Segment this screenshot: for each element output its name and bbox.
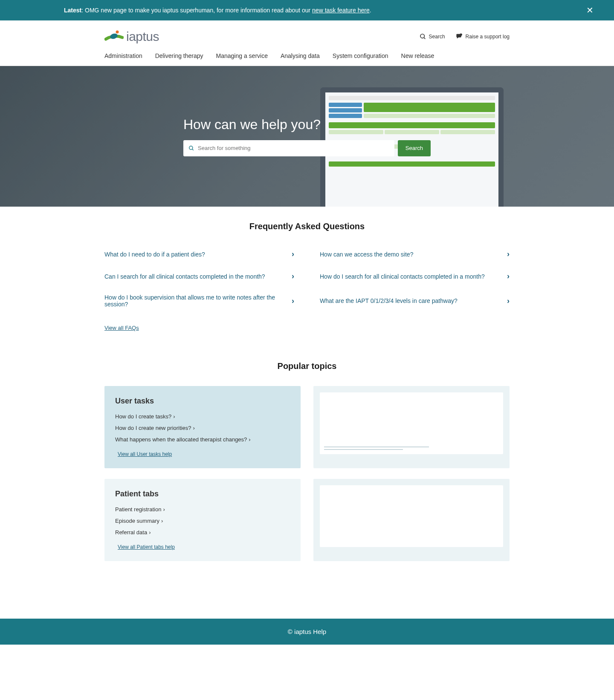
search-box <box>183 140 394 156</box>
svg-line-6 <box>192 149 194 150</box>
faq-item[interactable]: How do I search for all clinical contact… <box>320 268 510 284</box>
faq-text: How do I search for all clinical contact… <box>320 273 507 280</box>
faq-item[interactable]: What do I need to do if a patient dies?› <box>104 246 294 262</box>
faq-section: Frequently Asked Questions What do I nee… <box>87 207 527 346</box>
banner-text: Latest: OMG new page to make you iaptus … <box>17 7 583 14</box>
close-icon[interactable]: ✕ <box>583 5 597 15</box>
logo[interactable]: iaptus <box>104 29 159 44</box>
announcement-banner: Latest: OMG new page to make you iaptus … <box>0 0 614 20</box>
topic-link-text: Referral data <box>115 529 147 536</box>
topic-card-user-tasks: User tasks How do I create tasks?› How d… <box>104 386 301 468</box>
chevron-right-icon: › <box>149 529 151 536</box>
topic-link-text: Patient registration <box>115 506 161 513</box>
chevron-right-icon: › <box>173 413 175 420</box>
chevron-right-icon: › <box>292 297 294 305</box>
hero-title: How can we help you? <box>183 117 431 133</box>
search-icon <box>420 33 426 40</box>
popular-topics-section: Popular topics User tasks How do I creat… <box>87 346 527 576</box>
faq-item[interactable]: How can we access the demo site?› <box>320 246 510 262</box>
chevron-right-icon: › <box>292 250 294 259</box>
search-input[interactable] <box>194 145 389 151</box>
chevron-right-icon: › <box>193 425 194 431</box>
chevron-right-icon: › <box>507 250 510 259</box>
search-icon <box>188 145 194 151</box>
svg-point-5 <box>189 146 193 149</box>
chevron-right-icon: › <box>249 436 250 443</box>
topic-link[interactable]: Patient registration› <box>115 506 290 513</box>
svg-line-3 <box>424 37 425 39</box>
svg-point-4 <box>460 33 462 36</box>
topic-card-patient-tabs: Patient tabs Patient registration› Episo… <box>104 479 301 561</box>
faq-text: What do I need to do if a patient dies? <box>104 251 292 258</box>
banner-prefix: Latest <box>64 7 81 14</box>
footer: © iaptus Help <box>0 619 614 645</box>
banner-body: : OMG new page to make you iaptus superh… <box>81 7 312 14</box>
logo-mark-icon <box>104 29 124 44</box>
header-search-label: Search <box>429 34 445 40</box>
nav-delivering-therapy[interactable]: Delivering therapy <box>155 52 203 59</box>
faq-item[interactable]: How do I book supervision that allows me… <box>104 291 294 311</box>
faq-text: How do I book supervision that allows me… <box>104 294 292 308</box>
topic-link-text: How do I create new priorities? <box>115 425 191 431</box>
topic-link-text: How do I create tasks? <box>115 413 171 420</box>
topic-link-text: What happens when the allocated therapis… <box>115 436 247 443</box>
topic-link-text: Episode summary <box>115 518 159 524</box>
svg-point-0 <box>110 33 119 40</box>
placeholder-image <box>320 392 503 454</box>
hero: How can we help you? Search <box>0 66 614 207</box>
view-all-faqs-link[interactable]: View all FAQs <box>104 325 139 331</box>
topic-link[interactable]: Episode summary› <box>115 518 290 524</box>
svg-point-1 <box>116 31 119 34</box>
topic-title: User tasks <box>115 397 290 406</box>
site-header: iaptus Search Raise a support log Admini… <box>0 20 614 66</box>
faq-text: What are the IAPT 0/1/2/3/4 levels in ca… <box>320 297 507 304</box>
main-nav: Administration Delivering therapy Managi… <box>104 52 510 66</box>
header-search-button[interactable]: Search <box>420 33 445 40</box>
nav-analysing-data[interactable]: Analysing data <box>281 52 320 59</box>
nav-managing-service[interactable]: Managing a service <box>216 52 268 59</box>
nav-system-configuration[interactable]: System configuration <box>333 52 388 59</box>
banner-suffix: . <box>370 7 371 14</box>
view-all-patient-tabs-link[interactable]: View all Patient tabs help <box>118 544 175 550</box>
topic-link[interactable]: How do I create tasks?› <box>115 413 290 420</box>
chevron-right-icon: › <box>507 297 510 305</box>
faq-item[interactable]: What are the IAPT 0/1/2/3/4 levels in ca… <box>320 291 510 311</box>
topic-link[interactable]: How do I create new priorities?› <box>115 425 290 431</box>
banner-link[interactable]: new task feature here <box>312 7 370 14</box>
topic-link[interactable]: Referral data› <box>115 529 290 536</box>
chevron-right-icon: › <box>161 518 163 524</box>
topic-card-image <box>313 386 510 468</box>
placeholder-image <box>320 485 503 547</box>
svg-point-2 <box>420 34 424 38</box>
topic-link[interactable]: What happens when the allocated therapis… <box>115 436 290 443</box>
faq-title: Frequently Asked Questions <box>104 222 510 231</box>
chat-icon <box>456 33 463 40</box>
chevron-right-icon: › <box>507 272 510 281</box>
faq-text: Can I search for all clinical contacts c… <box>104 273 292 280</box>
topic-title: Patient tabs <box>115 490 290 498</box>
nav-administration[interactable]: Administration <box>104 52 142 59</box>
topic-card-image <box>313 479 510 561</box>
faq-item[interactable]: Can I search for all clinical contacts c… <box>104 268 294 284</box>
nav-new-release[interactable]: New release <box>401 52 434 59</box>
popular-title: Popular topics <box>104 361 510 371</box>
chevron-right-icon: › <box>292 272 294 281</box>
view-all-user-tasks-link[interactable]: View all User tasks help <box>118 451 172 457</box>
chevron-right-icon: › <box>163 506 165 513</box>
logo-text: iaptus <box>126 29 159 44</box>
support-log-button[interactable]: Raise a support log <box>456 33 510 40</box>
support-log-label: Raise a support log <box>466 34 510 40</box>
search-button[interactable]: Search <box>398 140 431 156</box>
faq-text: How can we access the demo site? <box>320 251 507 258</box>
